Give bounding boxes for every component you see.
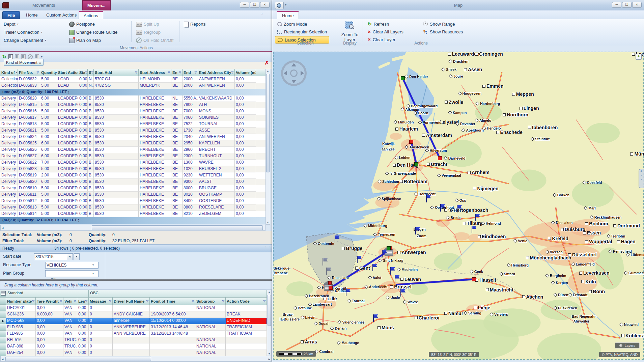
stop-flag-icon[interactable] — [390, 267, 395, 275]
grid-options-icon[interactable] — [0, 290, 6, 297]
movements-grid-vscrollbar[interactable]: ▲ ▼ — [265, 69, 270, 225]
filter-funnel-icon[interactable]: ▽ — [195, 71, 197, 74]
map-minimize-button[interactable]: ─ — [612, 2, 621, 8]
quick-access-overflow-icon[interactable]: ▾ — [285, 3, 286, 6]
column-header-quantity[interactable]: Quantity▽ — [40, 69, 57, 76]
layers-button[interactable]: Layers — [615, 342, 640, 349]
column-header-start-add[interactable]: Start Add▽ — [94, 69, 139, 76]
column-header-driver-full-name[interactable]: Driver Full Name▽ — [113, 298, 150, 305]
map-canvas[interactable]: LeeuwardenGroningenLeerDrachtenSneekJour… — [273, 52, 644, 360]
resize-grip[interactable]: ⋮⋮ — [264, 246, 271, 250]
map-button-refresh[interactable]: ↻Refresh — [365, 21, 406, 27]
stop-flag-icon[interactable] — [326, 268, 332, 275]
row-selector[interactable] — [0, 324, 6, 331]
map-button-zoom-mode[interactable]: Zoom Mode — [275, 21, 329, 27]
table-row[interactable]: DeliveryD-0058175,00LOADDEPOT0:00B...853… — [0, 115, 265, 121]
row-selector[interactable] — [0, 343, 6, 350]
document-tab-movements[interactable]: Movem... — [82, 0, 111, 11]
route-end-marker[interactable] — [438, 156, 442, 160]
filter-funnel-icon[interactable]: ▽ — [168, 71, 170, 74]
column-header-vehi[interactable]: Vehi▽ — [63, 298, 77, 305]
print-icon[interactable] — [21, 54, 26, 59]
ribbon-button-reports[interactable]: Reports — [182, 21, 208, 28]
map-expand-icon[interactable]: + — [636, 54, 642, 60]
stop-flag-icon[interactable] — [457, 205, 462, 213]
table-row[interactable]: DeliveryD-0058256,00LOADDEPOT0:00B...853… — [0, 140, 265, 147]
filter-funnel-icon[interactable]: ▽ — [37, 71, 39, 74]
filter-funnel-icon[interactable]: ▽ — [74, 300, 76, 303]
filter-funnel-icon[interactable]: ▽ — [192, 300, 194, 303]
table-row[interactable]: SCN-2366.000,00VAN0,000ANDY CAIGNIE19/09… — [0, 311, 267, 318]
table-row[interactable]: FLD-9850,00VAN0,000ANN VERBEURE31/12/201… — [0, 324, 267, 331]
vehicles-grid-vscrollbar[interactable]: ▲ ▼ — [267, 290, 272, 356]
column-header-point-of-time[interactable]: Point of Time▽ — [150, 298, 195, 305]
map-button-rectangular-selection[interactable]: Rectangular Selection — [275, 28, 329, 35]
stop-flag-icon[interactable] — [373, 314, 379, 322]
zoom-to-layer-button[interactable]: Zoom ToLayer — [338, 21, 361, 42]
ribbon-button-regroup[interactable]: →←Regroup — [134, 29, 175, 36]
tab-file[interactable]: File — [2, 11, 20, 20]
movements-titlebar[interactable]: Movements Movem... ─ ❐ ✕ — [0, 0, 272, 11]
toolbar-overflow-icon[interactable]: ▾ — [41, 55, 43, 58]
stop-flag-icon[interactable] — [440, 204, 446, 212]
stop-flag-icon[interactable] — [346, 289, 351, 296]
movements-grid-hscrollbar[interactable]: ◀ — [0, 225, 265, 231]
map-button-clear-all-layers[interactable]: ×Clear All Layers — [365, 28, 406, 35]
ribbon-button-depot[interactable]: Depot▾ — [2, 21, 48, 28]
tab-custom-actions[interactable]: Custom Actions — [41, 11, 81, 19]
column-header-len[interactable]: Len▽ — [77, 298, 89, 305]
map-restore-button[interactable]: ❐ — [622, 2, 632, 8]
ribbon-button-on-hold-on-off[interactable]: On Hold On/Off — [134, 37, 175, 44]
clear-filter-icon[interactable]: ✗ — [264, 60, 269, 66]
table-row[interactable]: DeliveryD-0058145,00LOADDEPOT0:00B...853… — [0, 211, 265, 217]
filter-funnel-icon[interactable]: ▽ — [85, 300, 87, 303]
stop-flag-icon[interactable] — [426, 195, 431, 202]
start-date-input[interactable]: 8/07/2015 — [34, 253, 69, 260]
table-row[interactable]: DeliveryD-0058155,00LOADDEPOT0:00B...853… — [0, 102, 265, 108]
stop-flag-icon[interactable] — [395, 275, 400, 283]
table-row-selected[interactable]: ▶MCD-5680,00VAN0,000annelore15/10/2014 0… — [0, 318, 267, 324]
filter-funnel-icon[interactable]: ▽ — [146, 300, 148, 303]
row-selector[interactable] — [0, 337, 6, 343]
route-start-marker[interactable] — [414, 162, 418, 166]
cancel-icon[interactable] — [28, 54, 33, 59]
ribbon-button-split-up[interactable]: ←→Split Up — [134, 21, 175, 28]
table-row[interactable]: DeliveryD-0058215,00LOADDEPOT0:00B...853… — [0, 128, 265, 134]
route-end-marker[interactable] — [472, 277, 476, 281]
vehicles-grid-hscrollbar[interactable]: ◀ ▶ — [0, 356, 272, 362]
stop-flag-icon[interactable] — [323, 258, 328, 266]
column-header-kind-of[interactable]: Kind of▲▽ — [0, 69, 18, 76]
zoom-rocker[interactable]: +·· — [639, 169, 644, 188]
map-close-button[interactable]: ✕ — [632, 2, 642, 8]
export-icon[interactable] — [15, 54, 19, 59]
ribbon-button-trailer-connection[interactable]: Trailer Connection▾ — [2, 29, 48, 36]
stop-flag-icon[interactable] — [335, 235, 340, 243]
table-row[interactable]: DeliveryD-0058125,00LOADDEPOT0:00B...853… — [0, 198, 265, 204]
column-header-tare-weight[interactable]: Tare Weight▽ — [36, 298, 63, 305]
ribbon-button-change-department[interactable]: Change Department▾ — [2, 37, 48, 44]
column-header-s[interactable]: S▽ — [88, 69, 94, 76]
filter-funnel-icon[interactable]: ▽ — [222, 300, 224, 303]
table-row[interactable]: DeliveryD-0058115,00LOADDEPOT0:00B...853… — [0, 192, 265, 198]
table-row[interactable]: CollectionD-0058325,00LOAD0:00N...5707 G… — [0, 76, 265, 83]
table-row[interactable]: BFI-5160,00TRUC...0,000NATIONAL — [0, 337, 267, 343]
stop-flag-icon[interactable] — [400, 289, 406, 297]
map-tab-home[interactable]: Home — [277, 11, 299, 20]
tab-actions[interactable]: Actions — [79, 11, 103, 20]
table-row[interactable]: DeliveryD-0058286,00LOADDEPOT0:00B...853… — [0, 95, 265, 102]
table-row[interactable]: DeliveryD-0058227,00LOADDEPOT0:00B...853… — [0, 160, 265, 166]
table-row[interactable]: DeliveryD-0058185,00LOADDEPOT0:00B...853… — [0, 121, 265, 128]
row-selector[interactable] — [0, 305, 6, 311]
column-header-file-no-[interactable]: File No.▽ — [18, 69, 40, 76]
column-header-end[interactable]: End▽ — [183, 69, 198, 76]
table-row[interactable]: DeliveryD-0058235,00LOADDEPOT0:00B...853… — [0, 166, 265, 172]
filter-funnel-icon[interactable]: ▽ — [231, 71, 233, 74]
column-header-number-plate[interactable]: Number plate▽ — [6, 298, 36, 305]
ribbon-button-plan-on-map[interactable]: Plan on Map — [67, 37, 119, 44]
filter-funnel-icon[interactable]: ▽ — [91, 71, 93, 74]
stop-flag-icon[interactable] — [475, 214, 480, 221]
column-header-end-address-city[interactable]: End Address City▽ — [198, 69, 235, 76]
row-selector[interactable] — [0, 331, 6, 337]
table-row[interactable]: DeliveryD-0058206,00LOADDEPOT0:00B...853… — [0, 179, 265, 185]
route-end-marker[interactable] — [409, 140, 413, 144]
